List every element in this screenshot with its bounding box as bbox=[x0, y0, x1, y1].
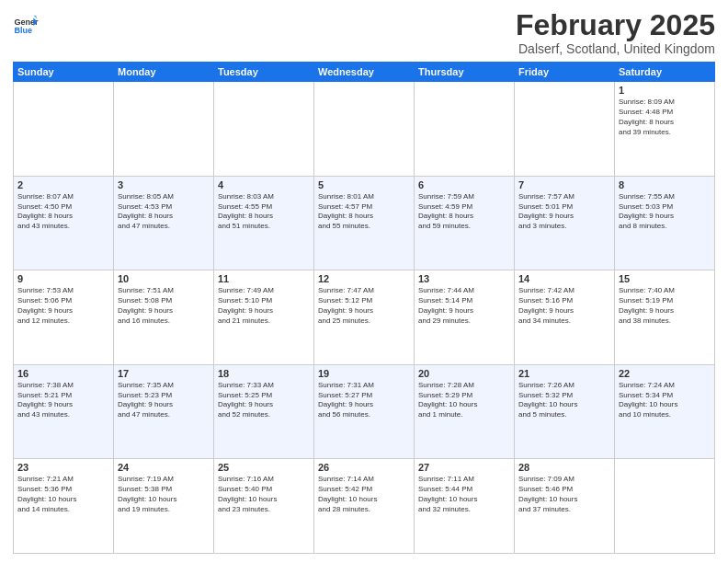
calendar-cell: 17Sunrise: 7:35 AM Sunset: 5:23 PM Dayli… bbox=[114, 364, 214, 459]
day-detail: Sunrise: 7:47 AM Sunset: 5:12 PM Dayligh… bbox=[318, 286, 410, 326]
calendar-table: SundayMondayTuesdayWednesdayThursdayFrid… bbox=[13, 62, 715, 554]
calendar-cell: 25Sunrise: 7:16 AM Sunset: 5:40 PM Dayli… bbox=[214, 459, 314, 554]
calendar-cell: 14Sunrise: 7:42 AM Sunset: 5:16 PM Dayli… bbox=[515, 270, 615, 365]
day-detail: Sunrise: 7:53 AM Sunset: 5:06 PM Dayligh… bbox=[17, 286, 109, 326]
day-detail: Sunrise: 7:24 AM Sunset: 5:34 PM Dayligh… bbox=[619, 381, 711, 420]
calendar-cell: 5Sunrise: 8:01 AM Sunset: 4:57 PM Daylig… bbox=[314, 176, 415, 270]
day-number: 14 bbox=[518, 273, 610, 284]
calendar-cell: 24Sunrise: 7:19 AM Sunset: 5:38 PM Dayli… bbox=[114, 459, 214, 554]
day-detail: Sunrise: 7:51 AM Sunset: 5:08 PM Dayligh… bbox=[118, 286, 210, 326]
day-detail: Sunrise: 7:19 AM Sunset: 5:38 PM Dayligh… bbox=[118, 475, 210, 514]
day-detail: Sunrise: 8:09 AM Sunset: 4:48 PM Dayligh… bbox=[619, 98, 711, 137]
day-number: 8 bbox=[619, 179, 711, 190]
day-detail: Sunrise: 7:40 AM Sunset: 5:19 PM Dayligh… bbox=[619, 286, 711, 326]
calendar-cell: 20Sunrise: 7:28 AM Sunset: 5:29 PM Dayli… bbox=[415, 364, 515, 459]
calendar-cell: 21Sunrise: 7:26 AM Sunset: 5:32 PM Dayli… bbox=[515, 364, 615, 459]
calendar-week-row: 23Sunrise: 7:21 AM Sunset: 5:36 PM Dayli… bbox=[14, 459, 715, 554]
day-number: 21 bbox=[518, 368, 610, 379]
logo: General Blue bbox=[13, 13, 39, 39]
day-detail: Sunrise: 7:57 AM Sunset: 5:01 PM Dayligh… bbox=[518, 192, 610, 232]
calendar-cell bbox=[114, 82, 214, 177]
day-detail: Sunrise: 7:31 AM Sunset: 5:27 PM Dayligh… bbox=[318, 381, 410, 420]
calendar-cell: 10Sunrise: 7:51 AM Sunset: 5:08 PM Dayli… bbox=[114, 270, 214, 365]
calendar-week-row: 16Sunrise: 7:38 AM Sunset: 5:21 PM Dayli… bbox=[14, 364, 715, 459]
day-number: 16 bbox=[17, 368, 109, 379]
col-header-wednesday: Wednesday bbox=[314, 63, 415, 82]
day-number: 17 bbox=[118, 368, 210, 379]
calendar-cell: 28Sunrise: 7:09 AM Sunset: 5:46 PM Dayli… bbox=[515, 459, 615, 554]
day-number: 20 bbox=[418, 368, 510, 379]
day-detail: Sunrise: 7:11 AM Sunset: 5:44 PM Dayligh… bbox=[418, 475, 510, 514]
day-number: 3 bbox=[118, 179, 210, 190]
day-number: 15 bbox=[619, 273, 711, 284]
calendar-cell: 2Sunrise: 8:07 AM Sunset: 4:50 PM Daylig… bbox=[14, 176, 114, 270]
day-number: 10 bbox=[118, 273, 210, 284]
calendar-cell: 4Sunrise: 8:03 AM Sunset: 4:55 PM Daylig… bbox=[214, 176, 314, 270]
day-detail: Sunrise: 7:14 AM Sunset: 5:42 PM Dayligh… bbox=[318, 475, 410, 514]
day-number: 5 bbox=[318, 179, 410, 190]
day-number: 2 bbox=[17, 179, 109, 190]
day-detail: Sunrise: 7:35 AM Sunset: 5:23 PM Dayligh… bbox=[118, 381, 210, 420]
header: General Blue February 2025 Dalserf, Scot… bbox=[13, 9, 715, 56]
day-detail: Sunrise: 7:26 AM Sunset: 5:32 PM Dayligh… bbox=[518, 381, 610, 420]
day-number: 27 bbox=[418, 462, 510, 473]
logo-icon: General Blue bbox=[13, 13, 39, 39]
day-number: 1 bbox=[619, 85, 711, 96]
day-number: 6 bbox=[418, 179, 510, 190]
svg-text:Blue: Blue bbox=[14, 26, 32, 35]
day-detail: Sunrise: 8:05 AM Sunset: 4:53 PM Dayligh… bbox=[118, 192, 210, 232]
day-detail: Sunrise: 7:09 AM Sunset: 5:46 PM Dayligh… bbox=[518, 475, 610, 514]
day-detail: Sunrise: 7:33 AM Sunset: 5:25 PM Dayligh… bbox=[218, 381, 310, 420]
day-detail: Sunrise: 8:07 AM Sunset: 4:50 PM Dayligh… bbox=[17, 192, 109, 232]
day-detail: Sunrise: 7:49 AM Sunset: 5:10 PM Dayligh… bbox=[218, 286, 310, 326]
calendar-cell: 6Sunrise: 7:59 AM Sunset: 4:59 PM Daylig… bbox=[415, 176, 515, 270]
col-header-friday: Friday bbox=[515, 63, 615, 82]
day-number: 11 bbox=[218, 273, 310, 284]
day-number: 19 bbox=[318, 368, 410, 379]
day-number: 25 bbox=[218, 462, 310, 473]
day-detail: Sunrise: 7:38 AM Sunset: 5:21 PM Dayligh… bbox=[17, 381, 109, 420]
day-number: 26 bbox=[318, 462, 410, 473]
day-number: 9 bbox=[17, 273, 109, 284]
calendar-cell: 22Sunrise: 7:24 AM Sunset: 5:34 PM Dayli… bbox=[615, 364, 715, 459]
day-number: 4 bbox=[218, 179, 310, 190]
calendar-header-row: SundayMondayTuesdayWednesdayThursdayFrid… bbox=[14, 63, 715, 82]
col-header-tuesday: Tuesday bbox=[214, 63, 314, 82]
col-header-saturday: Saturday bbox=[615, 63, 715, 82]
day-number: 12 bbox=[318, 273, 410, 284]
calendar-cell: 13Sunrise: 7:44 AM Sunset: 5:14 PM Dayli… bbox=[415, 270, 515, 365]
location: Dalserf, Scotland, United Kingdom bbox=[516, 41, 715, 56]
calendar-cell bbox=[415, 82, 515, 177]
day-number: 23 bbox=[17, 462, 109, 473]
title-block: February 2025 Dalserf, Scotland, United … bbox=[516, 9, 715, 56]
day-detail: Sunrise: 7:42 AM Sunset: 5:16 PM Dayligh… bbox=[518, 286, 610, 326]
calendar-cell bbox=[14, 82, 114, 177]
day-detail: Sunrise: 7:55 AM Sunset: 5:03 PM Dayligh… bbox=[619, 192, 711, 232]
calendar-cell bbox=[214, 82, 314, 177]
day-detail: Sunrise: 7:59 AM Sunset: 4:59 PM Dayligh… bbox=[418, 192, 510, 232]
calendar-cell: 1Sunrise: 8:09 AM Sunset: 4:48 PM Daylig… bbox=[615, 82, 715, 177]
calendar-cell bbox=[615, 459, 715, 554]
calendar-week-row: 2Sunrise: 8:07 AM Sunset: 4:50 PM Daylig… bbox=[14, 176, 715, 270]
calendar-cell: 15Sunrise: 7:40 AM Sunset: 5:19 PM Dayli… bbox=[615, 270, 715, 365]
day-number: 24 bbox=[118, 462, 210, 473]
month-title: February 2025 bbox=[516, 9, 715, 41]
day-detail: Sunrise: 7:28 AM Sunset: 5:29 PM Dayligh… bbox=[418, 381, 510, 420]
day-detail: Sunrise: 7:21 AM Sunset: 5:36 PM Dayligh… bbox=[17, 475, 109, 514]
day-detail: Sunrise: 8:03 AM Sunset: 4:55 PM Dayligh… bbox=[218, 192, 310, 232]
day-number: 13 bbox=[418, 273, 510, 284]
calendar-cell bbox=[314, 82, 415, 177]
calendar-cell: 18Sunrise: 7:33 AM Sunset: 5:25 PM Dayli… bbox=[214, 364, 314, 459]
calendar-cell: 27Sunrise: 7:11 AM Sunset: 5:44 PM Dayli… bbox=[415, 459, 515, 554]
calendar-week-row: 9Sunrise: 7:53 AM Sunset: 5:06 PM Daylig… bbox=[14, 270, 715, 365]
calendar-cell: 19Sunrise: 7:31 AM Sunset: 5:27 PM Dayli… bbox=[314, 364, 415, 459]
day-detail: Sunrise: 7:16 AM Sunset: 5:40 PM Dayligh… bbox=[218, 475, 310, 514]
day-number: 18 bbox=[218, 368, 310, 379]
day-detail: Sunrise: 7:44 AM Sunset: 5:14 PM Dayligh… bbox=[418, 286, 510, 326]
day-number: 7 bbox=[518, 179, 610, 190]
calendar-cell: 9Sunrise: 7:53 AM Sunset: 5:06 PM Daylig… bbox=[14, 270, 114, 365]
col-header-monday: Monday bbox=[114, 63, 214, 82]
calendar-cell: 3Sunrise: 8:05 AM Sunset: 4:53 PM Daylig… bbox=[114, 176, 214, 270]
calendar-cell: 23Sunrise: 7:21 AM Sunset: 5:36 PM Dayli… bbox=[14, 459, 114, 554]
calendar-cell bbox=[515, 82, 615, 177]
